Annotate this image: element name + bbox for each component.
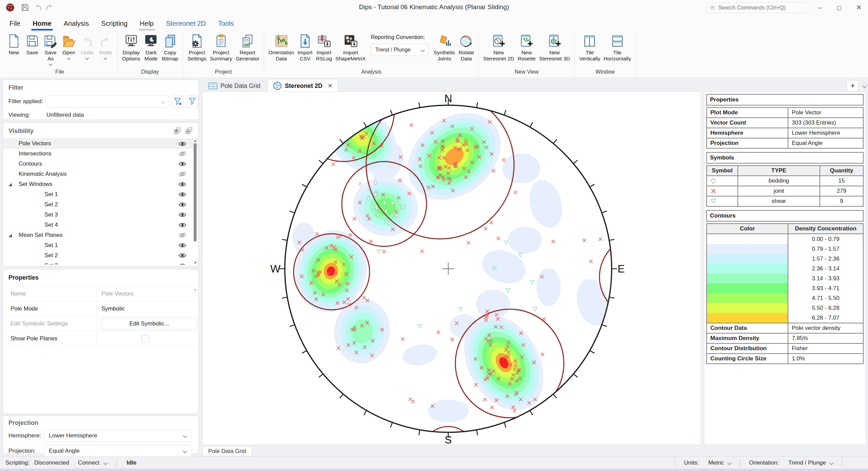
add-view-button[interactable]: + [847,80,859,92]
collapse-all-icon[interactable] [185,127,193,135]
tree-expand-caret[interactable] [8,234,12,237]
import-shapemetrix-button[interactable]: Import ShapeMetriX [334,33,368,62]
stereonet-canvas[interactable]: NSWE [202,92,701,445]
display-options-button[interactable]: Display Options [120,33,142,62]
visibility-item-contours[interactable]: Contours [3,159,198,169]
visibility-item-set-3[interactable]: Set 3 [3,261,198,265]
menu-item-analysis[interactable]: Analysis [58,16,95,31]
table-row: Plot ModePole Vector [707,108,863,118]
chevron-down-icon[interactable] [862,84,867,88]
visibility-item-label: Intersections [19,150,51,157]
eye-visible-icon[interactable] [178,161,187,167]
tree-expand-caret[interactable] [8,183,12,186]
color-swatch [707,283,788,293]
report-generator-button[interactable]: Report Generator [234,33,261,62]
scroll-down-icon[interactable]: ▼ [193,261,197,265]
import-rslog-button[interactable]: Import RSLog [314,33,334,62]
reporting-convention-label: Reporting Convention: [371,34,429,40]
scrollbar-thumb[interactable] [194,143,197,242]
save-button[interactable]: Save [23,33,41,56]
svg-text:N: N [444,92,452,105]
tile-vertically-button[interactable]: Tile Vertically [577,33,602,62]
menu-item-tools[interactable]: Tools [212,16,240,31]
contours-header: Contours [706,210,864,222]
visibility-item-set-3[interactable]: Set 3 [3,210,198,220]
eye-visible-icon[interactable] [178,222,187,228]
tab-pole-data-grid[interactable]: Pole Data Grid [203,80,265,92]
menu-item-home[interactable]: Home [26,16,58,31]
chevron-down-icon [161,99,165,104]
scroll-up-icon[interactable]: ▲ [193,138,197,143]
search-input[interactable] [718,5,804,11]
new-button[interactable]: New [5,33,23,56]
visibility-item-set-2[interactable]: Set 2 [3,250,198,261]
eye-hidden-icon[interactable] [178,171,187,177]
orientation-value[interactable]: Trend / Plunge [788,459,826,466]
bottom-tab-pole-data-grid[interactable]: Pole Data Grid [202,447,252,456]
orientation-data-button[interactable]: Orientation Data [267,33,296,62]
eye-visible-icon[interactable] [178,212,187,218]
property-value[interactable]: Pole Vectors [101,290,134,297]
chevron-down-icon[interactable] [727,461,732,465]
tab-stereonet-2d[interactable]: Stereonet 2D✕ [268,79,338,93]
projection-dropdown[interactable]: Equal Angle [44,445,192,457]
eye-hidden-icon[interactable] [178,232,187,238]
visibility-item-set-4[interactable]: Set 4 [3,220,198,230]
eye-visible-icon[interactable] [178,252,187,259]
visibility-scrollbar[interactable]: ▲▼ [193,138,198,265]
scroll-up-icon[interactable]: ▲ [193,287,197,291]
project-settings-button[interactable]: Project Settings [186,33,208,62]
clear-filter-button[interactable] [172,95,184,108]
menu-item-scripting[interactable]: Scripting [95,16,134,31]
dark-mode-button[interactable]: Dark Mode [142,33,160,62]
visibility-item-mean-set-planes[interactable]: Mean Set Planes [3,230,198,240]
eye-visible-icon[interactable] [178,202,187,208]
synthetic-joints-button[interactable]: Synthetic Joints [432,33,457,62]
new-rosette-button[interactable]: New Rosette [516,33,537,62]
close-button[interactable]: ✕ [851,1,867,14]
visibility-item-set-1[interactable]: Set 1 [3,189,198,200]
visibility-item-set-2[interactable]: Set 2 [3,200,198,210]
visibility-item-kinematic-analysis[interactable]: Kinematic Analysis [3,169,198,179]
filter-applied-dropdown[interactable] [45,95,169,108]
chevron-down-icon[interactable] [103,461,108,465]
close-tab-icon[interactable]: ✕ [328,82,333,90]
new-stereonet-2d-button[interactable]: New Stereonet 2D [481,33,516,62]
eye-hidden-icon[interactable] [178,151,187,157]
eye-visible-icon[interactable] [178,242,187,248]
visibility-item-set-windows[interactable]: Set Windows [3,179,198,189]
rotate-data-button[interactable]: Rotate Data [457,33,476,62]
project-summary-button[interactable]: Project Summary [208,33,234,62]
import-csv-button[interactable]: Import CSV [296,33,314,62]
visibility-item-set-1[interactable]: Set 1 [3,240,198,250]
eye-visible-icon[interactable] [178,263,187,265]
stereonet-plot[interactable]: NSWE [203,92,701,445]
hemisphere-dropdown[interactable]: Lower Hemisphere [44,430,192,442]
eye-visible-icon[interactable] [178,181,187,187]
edit-symbolic-button[interactable]: Edit Symbolic... [101,318,197,329]
eye-visible-icon[interactable] [178,191,187,197]
tile-horizontally-button[interactable]: Tile Horizontally [602,33,633,62]
save-as-button[interactable]: Save As [41,33,60,66]
units-value[interactable]: Metric [708,459,724,466]
menu-item-stereonet-2d[interactable]: Stereonet 2D [160,16,212,31]
eye-visible-icon[interactable] [178,141,187,147]
minimize-button[interactable]: – [812,1,827,14]
visibility-item-label: Set 4 [44,222,58,228]
property-value[interactable]: Symbolic [101,305,125,312]
apply-filter-button[interactable] [186,95,198,108]
show-pole-planes-checkbox[interactable] [141,335,149,342]
copy-bitmap-button[interactable]: Copy Bitmap [160,33,180,62]
menu-item-help[interactable]: Help [134,16,160,31]
reporting-convention-dropdown[interactable]: Trend / Plunge [371,44,429,56]
expand-all-icon[interactable] [173,127,181,135]
menu-item-file[interactable]: File [3,16,26,31]
new-stereonet-3d-button[interactable]: New Stereonet 3D [537,33,572,62]
maximize-button[interactable]: ▢ [831,1,847,14]
search-commands-box[interactable] [706,2,808,13]
visibility-item-pole-vectors[interactable]: Pole Vectors [3,138,198,149]
connect-button[interactable]: Connect [78,459,99,466]
chevron-down-icon[interactable] [829,461,834,465]
open-button[interactable]: Open [60,33,78,60]
visibility-item-intersections[interactable]: Intersections [3,149,198,159]
